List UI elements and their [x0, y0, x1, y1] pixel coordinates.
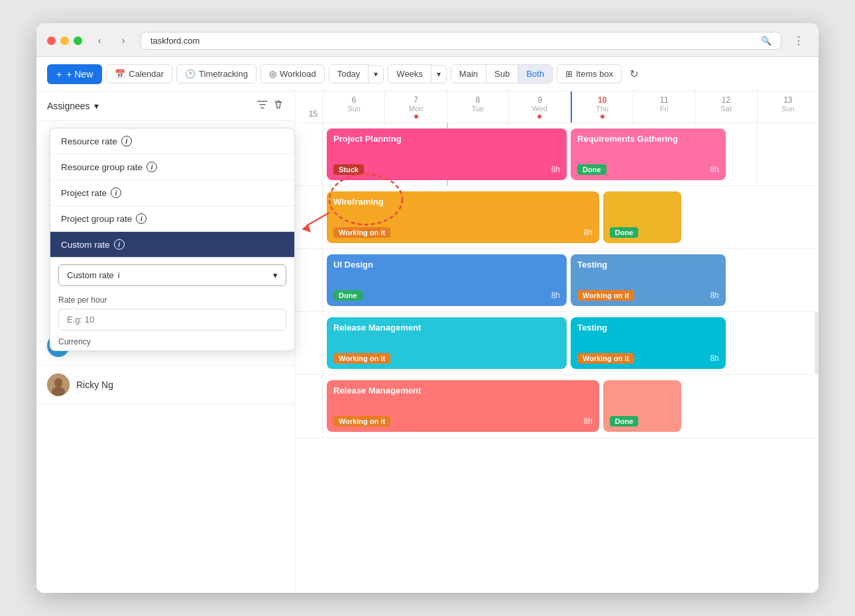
- dropdown-item-resource-rate[interactable]: Resource rate i: [50, 128, 294, 154]
- weeks-group: Weeks ▾: [388, 64, 447, 83]
- traffic-lights: [47, 36, 82, 45]
- task-req-gathering[interactable]: Requirements Gathering Done 8h: [571, 128, 726, 180]
- maximize-button[interactable]: [74, 36, 82, 45]
- cal-day-wed9: 9 Wed: [508, 91, 570, 123]
- calendar-row-2: Wireframing Working on it 8h Done: [295, 186, 819, 249]
- task-release-small[interactable]: Done: [603, 380, 681, 432]
- row4-spacer: [295, 312, 323, 374]
- items-box-button[interactable]: ⊞ Items box: [557, 64, 622, 83]
- task-testing-teal[interactable]: Testing Working on it 8h: [571, 317, 726, 369]
- filter-icon: [257, 99, 268, 110]
- main-view-button[interactable]: Main: [451, 65, 486, 83]
- timetracking-label: Timetracking: [199, 69, 248, 79]
- timetracking-button[interactable]: 🕐 Timetracking: [176, 64, 256, 83]
- new-label: + New: [66, 69, 93, 79]
- task-release-mgmt-salmon[interactable]: Release Management Working on it 8h: [327, 380, 599, 432]
- row5-spacer: [295, 375, 323, 437]
- dropdown-item-project-rate[interactable]: Project rate i: [50, 180, 294, 205]
- calendar-row-5: Release Management Working on it 8h Done: [295, 375, 819, 438]
- ricky-avatar-img: [47, 374, 70, 396]
- trash-button[interactable]: [273, 99, 284, 113]
- toolbar: + + New 📅 Calendar 🕐 Timetracking ◎ Work…: [36, 57, 819, 91]
- custom-rate-label: Custom rate: [61, 240, 110, 250]
- row4-empty: [730, 317, 815, 369]
- custom-rate-select[interactable]: Custom rate i ▾: [58, 264, 286, 286]
- both-view-button[interactable]: Both: [518, 65, 552, 83]
- cal-day-mon7: 7 Mon: [384, 91, 446, 123]
- task-testing-blue[interactable]: Testing Working on it 8h: [571, 254, 726, 306]
- browser-window: ‹ › taskford.com 🔍 ⋮ + + New 📅 Calendar …: [36, 23, 819, 593]
- refresh-button[interactable]: ↻: [626, 64, 642, 84]
- dot-wed9: [538, 115, 542, 119]
- info-icon-resource: i: [121, 136, 132, 146]
- cal-day-sat12: 12 Sat: [695, 91, 756, 123]
- row2-content: Wireframing Working on it 8h Done: [323, 186, 819, 248]
- task-ui-design[interactable]: UI Design Done 8h: [327, 254, 567, 306]
- badge-working-rms: Working on it: [333, 416, 390, 427]
- items-box-label: Items box: [576, 69, 613, 79]
- assignee-name-ricky: Ricky Ng: [76, 380, 113, 390]
- browser-actions: ⋮: [789, 31, 808, 50]
- dot-mon7: [414, 115, 418, 119]
- back-button[interactable]: ‹: [90, 31, 109, 50]
- day-num-15: 15: [309, 109, 317, 119]
- browser-nav: ‹ ›: [90, 31, 133, 50]
- task-wireframing-small[interactable]: Done: [603, 191, 681, 243]
- trash-icon: [273, 99, 284, 110]
- chevron-icon: ▾: [273, 270, 278, 280]
- row5-content: Release Management Working on it 8h Done: [323, 375, 819, 437]
- weeks-dropdown-button[interactable]: ▾: [431, 65, 447, 83]
- info-icon-project: i: [111, 187, 121, 198]
- info-icon-custom: i: [114, 239, 125, 250]
- filter-button[interactable]: [257, 99, 268, 113]
- new-button[interactable]: + + New: [47, 64, 102, 84]
- badge-working-rm: Working on it: [333, 353, 390, 364]
- app-content: + + New 📅 Calendar 🕐 Timetracking ◎ Work…: [36, 57, 819, 593]
- rate-input[interactable]: [58, 309, 286, 331]
- workload-icon: ◎: [269, 69, 276, 79]
- task-release-mgmt-teal[interactable]: Release Management Working on it: [327, 317, 567, 369]
- search-icon: 🔍: [761, 36, 771, 46]
- calendar-area: 15 6 Sun 7 Mon 8 Tue: [295, 91, 819, 593]
- workload-button[interactable]: ◎ Workload: [260, 64, 325, 83]
- chevron-down-icon: ▾: [94, 101, 99, 111]
- info-icon-project-group: i: [136, 213, 146, 224]
- sub-view-button[interactable]: Sub: [486, 65, 518, 83]
- calendar-body: Project Planning Stuck 8h Requirements G…: [295, 123, 819, 593]
- badge-done-wfs: Done: [610, 227, 639, 238]
- calendar-row-1: Project Planning Stuck 8h Requirements G…: [295, 123, 819, 186]
- info-icon-resource-group: i: [146, 162, 157, 172]
- dropdown-item-project-group-rate[interactable]: Project group rate i: [50, 206, 294, 231]
- cal-day-sun13: 13 Sun: [757, 91, 819, 123]
- address-bar[interactable]: taskford.com 🔍: [141, 32, 781, 50]
- assignees-button[interactable]: Assignees ▾: [47, 101, 99, 111]
- left-panel-header: Assignees ▾: [36, 91, 294, 121]
- svg-point-2: [52, 387, 65, 396]
- today-button[interactable]: Today: [329, 64, 369, 83]
- minimize-button[interactable]: [60, 36, 69, 45]
- project-rate-label: Project rate: [61, 188, 107, 198]
- badge-done-rg: Done: [577, 164, 606, 175]
- col-15: 15: [295, 91, 323, 123]
- badge-done-rs: Done: [610, 416, 639, 427]
- dropdown-item-custom-rate[interactable]: Custom rate i: [50, 232, 294, 257]
- badge-done-uid: Done: [333, 290, 363, 301]
- more-options-button[interactable]: ⋮: [789, 31, 808, 50]
- plus-icon: +: [56, 69, 62, 79]
- project-group-rate-label: Project group rate: [61, 214, 132, 224]
- dropdown-item-resource-group-rate[interactable]: Resource group rate i: [50, 154, 294, 180]
- today-dropdown-button[interactable]: ▾: [369, 65, 384, 83]
- task-wireframing[interactable]: Wireframing Working on it 8h: [327, 191, 599, 243]
- calendar-row-4: Release Management Working on it Testing…: [295, 312, 819, 375]
- left-panel: Assignees ▾: [36, 91, 295, 593]
- dot-thu10: [600, 115, 604, 119]
- url-text: taskford.com: [150, 36, 200, 46]
- main-layout: Assignees ▾: [36, 91, 819, 593]
- dropdown-panel: Resource rate i Resource group rate i Pr…: [50, 128, 295, 351]
- calendar-button[interactable]: 📅 Calendar: [106, 64, 172, 83]
- close-button[interactable]: [47, 36, 56, 45]
- task-project-planning[interactable]: Project Planning Stuck 8h: [327, 128, 567, 180]
- row3-spacer: [295, 249, 323, 311]
- weeks-button[interactable]: Weeks: [388, 64, 431, 83]
- forward-button[interactable]: ›: [114, 31, 133, 50]
